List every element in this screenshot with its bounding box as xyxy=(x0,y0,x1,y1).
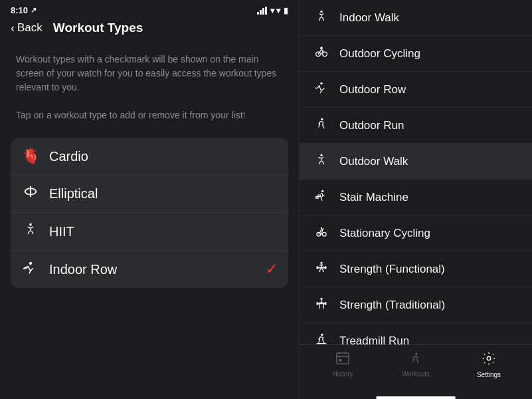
list-item[interactable]: Elliptical xyxy=(11,175,288,213)
workout-name: Treadmill Run xyxy=(339,334,409,345)
description-line1: Workout types with a checkmark will be s… xyxy=(16,53,283,94)
svg-rect-27 xyxy=(318,303,320,305)
workout-name: Cardio xyxy=(49,149,278,164)
description-text: Workout types with a checkmark will be s… xyxy=(0,42,299,133)
right-panel: Indoor Walk Outdoor Cycling xyxy=(299,0,532,399)
workout-name: Strength (Traditional) xyxy=(339,299,445,312)
svg-point-2 xyxy=(29,223,32,226)
time-display: 8:10 xyxy=(11,5,28,15)
svg-point-10 xyxy=(320,154,322,156)
svg-point-36 xyxy=(415,353,417,355)
list-item[interactable]: Stair Machine xyxy=(300,180,532,215)
list-item[interactable]: Outdoor Cycling xyxy=(300,36,532,72)
indoor-row-icon xyxy=(21,260,40,279)
svg-point-30 xyxy=(321,334,323,336)
cardio-icon: 🫀 xyxy=(21,148,40,165)
strength-traditional-icon xyxy=(313,297,330,313)
list-item[interactable]: Indoor Row ✓ xyxy=(11,251,288,288)
list-item[interactable]: Stationary Cycling xyxy=(300,215,532,251)
status-bar: 8:10 ↗ ▾ ▾ ▮ xyxy=(0,0,299,18)
stationary-cycling-icon xyxy=(313,225,330,241)
svg-point-37 xyxy=(487,356,491,360)
location-icon: ↗ xyxy=(31,6,37,15)
svg-rect-26 xyxy=(325,302,327,305)
signal-icon xyxy=(257,7,267,15)
svg-point-8 xyxy=(320,82,322,84)
outdoor-row-icon xyxy=(313,81,330,98)
history-icon xyxy=(335,352,350,368)
workout-name: Outdoor Walk xyxy=(339,155,408,168)
svg-point-6 xyxy=(323,52,327,57)
nav-bar: ‹ Back Workout Types xyxy=(0,18,299,42)
list-item[interactable]: Treadmill Run xyxy=(300,323,532,344)
list-item[interactable]: Outdoor Run xyxy=(300,108,532,144)
svg-rect-31 xyxy=(337,353,349,364)
stair-machine-icon xyxy=(313,189,330,205)
svg-point-3 xyxy=(29,262,32,265)
list-item[interactable]: 🫀 Cardio xyxy=(11,138,288,175)
svg-point-11 xyxy=(321,190,323,192)
svg-rect-19 xyxy=(317,266,319,269)
outdoor-run-icon xyxy=(313,117,330,134)
left-panel: 8:10 ↗ ▾ ▾ ▮ ‹ Back Workout Types Workou… xyxy=(0,0,299,399)
chevron-left-icon: ‹ xyxy=(11,21,15,35)
tab-workouts-label: Workouts xyxy=(402,370,430,378)
hiit-icon xyxy=(21,222,40,241)
svg-rect-25 xyxy=(317,302,319,305)
tab-workouts[interactable]: Workouts xyxy=(379,352,452,378)
tab-settings[interactable]: Settings xyxy=(452,351,525,378)
list-item[interactable]: Strength (Functional) xyxy=(300,251,532,287)
back-button[interactable]: ‹ Back xyxy=(11,21,43,35)
list-item[interactable]: Outdoor Walk xyxy=(300,144,532,180)
list-item[interactable]: Outdoor Row xyxy=(300,72,532,108)
settings-icon xyxy=(482,351,496,369)
workout-name: Indoor Row xyxy=(49,262,266,277)
status-left: 8:10 ↗ xyxy=(11,5,37,15)
back-label: Back xyxy=(17,21,43,35)
list-item[interactable]: Strength (Traditional) xyxy=(300,287,532,323)
workouts-icon xyxy=(409,352,422,368)
svg-rect-13 xyxy=(318,195,320,197)
workout-name: Strength (Functional) xyxy=(339,263,445,276)
list-item[interactable]: HIIT xyxy=(11,213,288,251)
workout-name: Indoor Walk xyxy=(339,11,399,25)
svg-point-7 xyxy=(321,47,323,49)
svg-point-4 xyxy=(320,11,322,13)
svg-rect-23 xyxy=(320,267,323,269)
right-workout-list: Indoor Walk Outdoor Cycling xyxy=(300,0,532,344)
svg-point-9 xyxy=(321,118,323,120)
battery-icon: ▮ xyxy=(284,6,288,15)
page-title: Workout Types xyxy=(53,21,143,35)
strength-functional-icon xyxy=(313,261,330,277)
treadmill-run-icon xyxy=(313,332,330,344)
description-line2: Tap on a workout type to add or remove i… xyxy=(16,108,283,122)
workout-name: Elliptical xyxy=(49,186,278,201)
elliptical-icon xyxy=(21,184,40,203)
svg-rect-28 xyxy=(323,303,325,305)
checkmark-icon: ✓ xyxy=(266,261,278,278)
wifi-icon: ▾ ▾ xyxy=(270,6,280,15)
indoor-walk-icon xyxy=(313,9,330,26)
workout-name: Stationary Cycling xyxy=(339,227,430,240)
workout-name: Outdoor Run xyxy=(339,119,404,132)
svg-point-17 xyxy=(321,227,323,229)
svg-rect-29 xyxy=(320,303,323,305)
tab-bar: History Workouts Settings xyxy=(300,344,532,394)
left-workout-list: 🫀 Cardio Elliptical HIIT xyxy=(11,138,288,288)
status-right: ▾ ▾ ▮ xyxy=(257,6,288,15)
workout-name: HIIT xyxy=(49,224,278,239)
home-indicator xyxy=(376,396,456,399)
tab-history[interactable]: History xyxy=(306,352,379,378)
svg-rect-20 xyxy=(325,266,327,269)
workout-name: Outdoor Cycling xyxy=(339,47,420,61)
svg-rect-35 xyxy=(339,359,342,362)
svg-point-16 xyxy=(322,232,326,236)
outdoor-walk-icon xyxy=(313,153,330,170)
tab-history-label: History xyxy=(332,370,353,378)
tab-settings-label: Settings xyxy=(477,371,501,378)
svg-rect-22 xyxy=(323,267,325,269)
outdoor-cycling-icon xyxy=(313,45,330,62)
list-item[interactable]: Indoor Walk xyxy=(300,0,532,36)
svg-rect-21 xyxy=(318,267,320,269)
workout-name: Outdoor Row xyxy=(339,83,406,96)
